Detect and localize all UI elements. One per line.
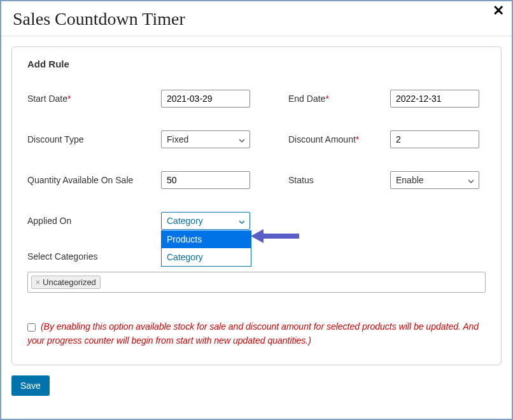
categories-token-box[interactable]: × Uncategorized [27,272,486,293]
dropdown-option-products[interactable]: Products [162,230,251,248]
remove-token-icon[interactable]: × [36,278,40,287]
card-title: Add Rule [27,59,486,69]
discount-amount-input[interactable] [390,130,479,148]
modal-header: Sales Countdown Timer ✕ [1,1,512,36]
update-stock-row: (By enabling this option available stock… [27,319,486,348]
rule-card: Add Rule Start Date* End Date* Discount … [11,46,502,365]
qty-label: Quantity Available On Sale [27,175,161,185]
discount-type-select[interactable]: Fixed [161,130,250,148]
applied-on-select[interactable]: Category Products Category [161,212,250,230]
discount-type-label: Discount Type [27,134,161,144]
save-button[interactable]: Save [11,375,50,396]
select-categories-label: Select Categories [27,251,486,262]
start-date-input[interactable] [161,90,250,108]
qty-input[interactable] [161,171,250,189]
select-categories-row: Select Categories × Uncategorized [27,251,486,293]
discount-type-value: Fixed [167,134,188,144]
modal-window: Sales Countdown Timer ✕ Add Rule Start D… [0,0,513,420]
chevron-down-icon [467,177,474,183]
form-grid: Start Date* End Date* Discount Type Fixe… [27,90,486,230]
category-token-label: Uncategorized [43,277,96,287]
close-icon[interactable]: ✕ [493,4,504,18]
dropdown-option-category[interactable]: Category [162,248,251,266]
applied-on-label: Applied On [27,216,161,226]
start-date-label: Start Date* [27,94,161,104]
end-date-input[interactable] [390,90,479,108]
applied-on-value: Category [167,216,203,226]
update-stock-checkbox[interactable] [27,323,36,332]
category-token: × Uncategorized [31,276,101,289]
status-value: Enable [396,175,424,185]
discount-amount-label: Discount Amount* [288,134,390,144]
chevron-down-icon [238,136,244,143]
modal-title: Sales Countdown Timer [13,9,500,29]
chevron-down-icon [238,218,244,224]
end-date-label: End Date* [288,94,390,104]
status-select[interactable]: Enable [390,171,479,189]
status-label: Status [288,175,390,185]
applied-on-dropdown: Products Category [161,230,251,267]
checkbox-note: (By enabling this option available stock… [27,321,479,346]
